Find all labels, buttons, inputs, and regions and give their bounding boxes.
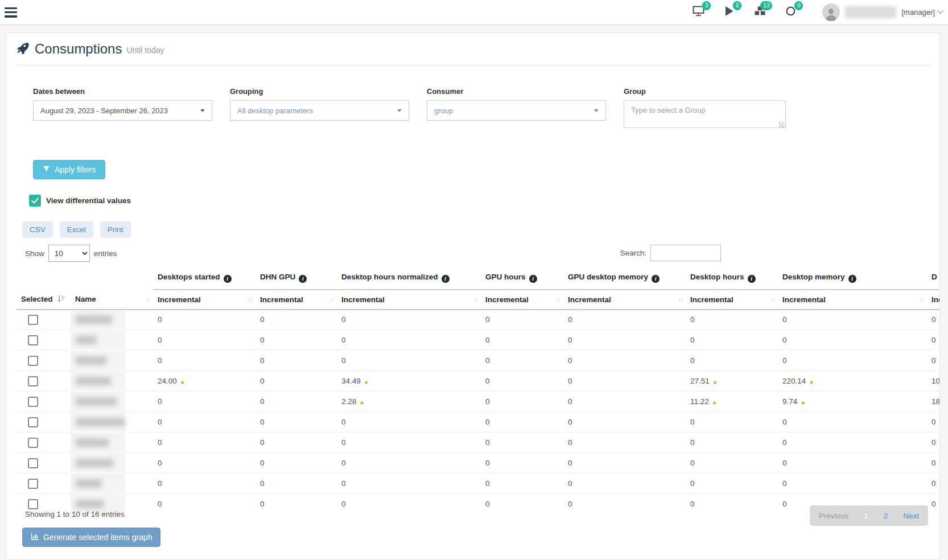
row-checkbox[interactable] (28, 397, 38, 407)
consumer-select[interactable]: group (427, 100, 606, 121)
row-checkbox[interactable] (28, 376, 38, 386)
sort-icon: ↓↑ (473, 296, 478, 303)
column-header-selected[interactable]: Selected (17, 290, 71, 310)
print-button[interactable]: Print (100, 221, 131, 238)
filter-funnel-icon (43, 165, 50, 174)
increase-triangle-icon: ▲ (809, 378, 814, 385)
date-range-picker[interactable]: August 29, 2023 - September 26, 2023 (33, 100, 212, 121)
sort-icon: ↓↑ (919, 296, 924, 303)
value-cell: 0 (481, 453, 563, 473)
circle-notification[interactable]: 0 (784, 6, 797, 19)
user-menu[interactable]: [manager] (822, 3, 942, 21)
pagination-page-2[interactable]: 2 (884, 512, 888, 520)
increase-triangle-icon: ▲ (712, 399, 718, 405)
sort-icon: ↓↑ (145, 296, 150, 303)
name-cell-redacted (71, 392, 153, 412)
value-cell: 27.51▲ (686, 371, 778, 392)
page-length-select[interactable]: 10 (48, 245, 90, 262)
pagination-previous[interactable]: Previous (819, 512, 849, 520)
name-cell-redacted (71, 412, 153, 433)
row-checkbox[interactable] (28, 417, 38, 427)
consumptions-panel: Consumptions Until today Dates between A… (6, 32, 940, 560)
column-header-incremental[interactable]: Incremental↓↑ (927, 290, 940, 310)
rocket-icon (16, 42, 29, 57)
info-icon[interactable]: i (652, 275, 660, 283)
value-cell: 0 (255, 473, 337, 494)
value-cell: 11.22▲ (686, 392, 778, 412)
sub-header-row: Selected Name↓↑Incremental↓↑Incremental↓… (17, 290, 940, 310)
consumptions-table-wrap: Desktops startediDHN GPUiDesktop hours n… (17, 267, 940, 514)
table-row: 00000000 (17, 310, 940, 330)
value-cell: 34.49▲ (337, 371, 481, 392)
column-header-incremental[interactable]: Incremental↓↑ (686, 290, 778, 310)
value-cell: 0 (255, 412, 337, 433)
chevron-down-icon (938, 9, 943, 14)
value-cell: 0 (337, 310, 481, 330)
column-header-incremental[interactable]: Incremental↓↑ (481, 290, 563, 310)
grouping-select[interactable]: All desktop parameters (230, 100, 409, 121)
group-header: Desktop memoryi (778, 267, 927, 290)
name-cell-redacted (71, 351, 153, 371)
value-cell: 0 (255, 433, 337, 453)
info-icon[interactable]: i (848, 275, 856, 283)
group-input[interactable] (624, 100, 786, 128)
entries-summary: Showing 1 to 10 of 16 entries (25, 510, 125, 518)
value-cell: 0 (337, 330, 481, 351)
row-checkbox[interactable] (28, 356, 38, 366)
excel-button[interactable]: Excel (60, 221, 93, 238)
value-cell: 0 (778, 473, 927, 494)
monitor-notification[interactable]: 3 (691, 6, 705, 19)
value-cell: 0 (563, 371, 686, 392)
value-cell: 0 (686, 412, 778, 433)
navbar-right: 3 0 13 0 [manager] (691, 3, 942, 21)
increase-triangle-icon: ▲ (712, 378, 718, 385)
row-checkbox[interactable] (28, 499, 38, 509)
column-header-incremental[interactable]: Incremental↓↑ (255, 290, 337, 310)
value-cell: 0 (927, 433, 940, 453)
group-header: GPU hoursi (481, 267, 563, 290)
column-header-incremental[interactable]: Incremental↓↑ (778, 290, 927, 310)
cubes-notification[interactable]: 13 (753, 6, 766, 19)
value-cell: 0 (481, 494, 563, 514)
column-header-incremental[interactable]: Incremental↓↑ (337, 290, 481, 310)
page-title: Consumptions (35, 40, 122, 57)
row-checkbox[interactable] (28, 458, 38, 468)
group-header: DHN GPUi (255, 267, 337, 290)
differential-checkbox[interactable] (29, 195, 41, 207)
header-spacer (17, 267, 71, 290)
row-checkbox[interactable] (28, 315, 38, 325)
value-cell: 0 (337, 473, 481, 494)
grouping-label: Grouping (230, 87, 409, 96)
csv-button[interactable]: CSV (22, 221, 53, 238)
table-row: 00000000 (17, 453, 940, 473)
top-navbar: 3 0 13 0 [manager] (0, 0, 948, 25)
info-icon[interactable]: i (224, 275, 232, 283)
pagination-page-1[interactable]: 1 (864, 512, 868, 520)
column-header-incremental[interactable]: Incremental↓↑ (153, 290, 255, 310)
panel-title-row: Consumptions Until today (16, 40, 930, 65)
value-cell: 0 (563, 330, 686, 351)
value-cell: 0 (481, 412, 563, 433)
info-icon[interactable]: i (299, 275, 307, 283)
name-cell-redacted (71, 473, 153, 494)
row-checkbox[interactable] (28, 335, 38, 345)
value-cell: 0 (563, 453, 686, 473)
row-checkbox[interactable] (28, 479, 38, 489)
sort-icon: ↓↑ (248, 296, 253, 303)
info-icon[interactable]: i (442, 275, 450, 283)
value-cell: 0 (778, 310, 927, 330)
info-icon[interactable]: i (748, 275, 756, 283)
search-input[interactable] (650, 245, 721, 261)
apply-filters-button[interactable]: Apply filters (33, 160, 105, 179)
column-header-name[interactable]: Name↓↑ (71, 290, 153, 310)
menu-toggle-icon[interactable] (3, 7, 18, 18)
value-cell: 0 (686, 494, 778, 514)
info-icon[interactable]: i (529, 275, 537, 283)
consumptions-table: Desktops startediDHN GPUiDesktop hours n… (17, 267, 940, 514)
pagination-next[interactable]: Next (903, 512, 919, 520)
value-cell: 0 (481, 371, 563, 392)
play-notification[interactable]: 0 (722, 6, 736, 19)
column-header-incremental[interactable]: Incremental↓↑ (563, 290, 686, 310)
row-checkbox[interactable] (28, 438, 38, 448)
generate-graph-button[interactable]: Generate selected items graph (22, 528, 160, 547)
